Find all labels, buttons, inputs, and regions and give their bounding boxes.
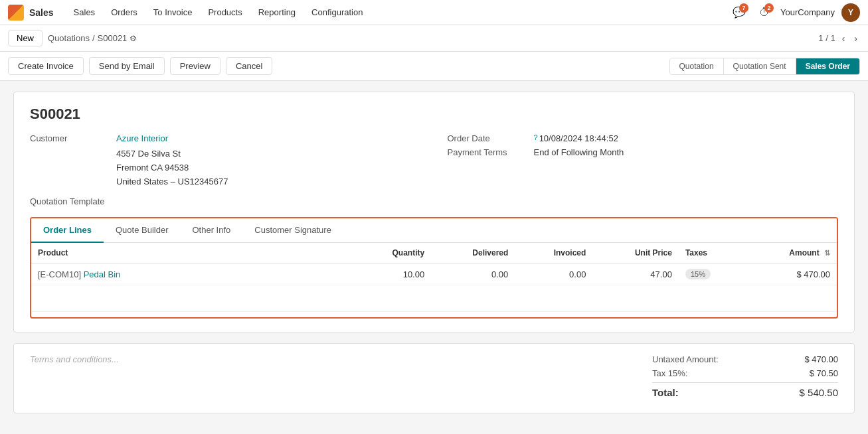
payment-terms-label: Payment Terms xyxy=(448,147,534,157)
breadcrumb-current: S00021 xyxy=(98,33,128,43)
nav-configuration[interactable]: Configuration xyxy=(305,3,369,21)
tabs-container: Order Lines Quote Builder Other Info Cus… xyxy=(30,217,838,319)
empty-cell xyxy=(31,285,837,312)
top-navigation: Sales Sales Orders To Invoice Products R… xyxy=(0,0,868,25)
app-logo xyxy=(8,5,24,21)
col-quantity-header: Quantity xyxy=(353,243,431,263)
order-date-tooltip-icon: ? xyxy=(534,133,538,141)
col-amount-header: Amount ⇅ xyxy=(744,243,837,263)
customer-address: 4557 De Silva St Fremont CA 94538 United… xyxy=(116,147,421,188)
breadcrumb-left: New Quotations / S00021 ⚙ xyxy=(8,30,137,46)
tab-other-info[interactable]: Other Info xyxy=(180,218,242,243)
nav-sales[interactable]: Sales xyxy=(67,3,102,21)
nav-orders[interactable]: Orders xyxy=(104,3,144,21)
sort-amount-icon[interactable]: ⇅ xyxy=(824,249,830,257)
app-brand: Sales xyxy=(29,7,54,18)
nav-products[interactable]: Products xyxy=(201,3,248,21)
invoiced-cell: 0.00 xyxy=(515,263,592,285)
quotation-template-label: Quotation Template xyxy=(30,196,838,206)
tax-label: Tax 15%: xyxy=(652,368,687,378)
order-info-grid: Customer Azure Interior 4557 De Silva St… xyxy=(30,133,838,188)
order-number: S00021 xyxy=(30,106,838,123)
pagination-prev-button[interactable]: ‹ xyxy=(839,32,848,45)
payment-terms-value: End of Following Month xyxy=(534,147,624,157)
breadcrumb: Quotations / S00021 ⚙ xyxy=(48,33,137,43)
chat-notification-button[interactable]: 💬 7 xyxy=(730,3,748,22)
main-content: S00021 Customer Azure Interior 4557 De S… xyxy=(0,81,868,434)
product-name-link[interactable]: Pedal Bin xyxy=(84,269,121,279)
terms-placeholder: Terms and conditions... xyxy=(30,354,119,364)
customer-row: Customer Azure Interior xyxy=(30,133,421,143)
nav-to-invoice[interactable]: To Invoice xyxy=(147,3,199,21)
pagination: 1 / 1 ‹ › xyxy=(818,32,860,45)
customer-label: Customer xyxy=(30,133,116,143)
address-line2: Fremont CA 94538 xyxy=(116,161,421,175)
order-lines-table: Product Quantity Delivered Invoiced Unit… xyxy=(31,243,837,312)
product-code: [E-COM10] xyxy=(38,269,81,279)
total-label: Total: xyxy=(652,387,679,398)
untaxed-label: Untaxed Amount: xyxy=(652,354,719,364)
order-date-value: 10/08/2024 18:44:52 xyxy=(539,133,618,143)
pagination-text: 1 / 1 xyxy=(818,33,835,43)
address-line3: United States – US12345677 xyxy=(116,175,421,189)
taxes-cell: 15% xyxy=(679,263,744,285)
user-avatar[interactable]: Y xyxy=(841,3,860,22)
amount-cell: $ 470.00 xyxy=(744,263,837,285)
table-header: Product Quantity Delivered Invoiced Unit… xyxy=(31,243,837,263)
product-cell: [E-COM10] Pedal Bin xyxy=(31,263,353,285)
order-lines-content: Product Quantity Delivered Invoiced Unit… xyxy=(31,243,837,317)
settings-icon[interactable]: ⚙ xyxy=(130,34,137,43)
chat-badge: 7 xyxy=(739,3,748,13)
unit-price-cell: 47.00 xyxy=(592,263,679,285)
breadcrumb-separator: / xyxy=(92,33,95,43)
col-delivered-header: Delivered xyxy=(431,243,515,263)
order-date-row: Order Date ? 10/08/2024 18:44:52 xyxy=(448,133,839,143)
delivered-cell: 0.00 xyxy=(431,263,515,285)
tab-customer-signature[interactable]: Customer Signature xyxy=(242,218,343,243)
col-taxes-header: Taxes xyxy=(679,243,744,263)
status-quotation-sent-button[interactable]: Quotation Sent xyxy=(724,58,796,74)
action-bar: Create Invoice Send by Email Preview Can… xyxy=(0,52,868,81)
untaxed-value: $ 470.00 xyxy=(804,354,838,364)
footer-section: Terms and conditions... Untaxed Amount: … xyxy=(13,343,855,413)
table-body: [E-COM10] Pedal Bin 10.00 0.00 0.00 47.0… xyxy=(31,263,837,312)
order-date-label: Order Date xyxy=(448,133,534,143)
tax-badge: 15% xyxy=(685,269,711,279)
status-buttons: Quotation Quotation Sent Sales Order xyxy=(669,58,860,75)
preview-button[interactable]: Preview xyxy=(170,57,220,75)
grand-total-row: Total: $ 540.50 xyxy=(652,382,838,398)
breadcrumb-parent[interactable]: Quotations xyxy=(48,33,90,43)
table-row: [E-COM10] Pedal Bin 10.00 0.00 0.00 47.0… xyxy=(31,263,837,285)
nav-reporting[interactable]: Reporting xyxy=(252,3,302,21)
status-sales-order-button[interactable]: Sales Order xyxy=(796,58,859,74)
col-product-header: Product xyxy=(31,243,353,263)
empty-row xyxy=(31,285,837,312)
breadcrumb-bar: New Quotations / S00021 ⚙ 1 / 1 ‹ › xyxy=(0,25,868,52)
total-value: $ 540.50 xyxy=(800,387,838,398)
send-email-button[interactable]: Send by Email xyxy=(89,57,165,75)
terms-area[interactable]: Terms and conditions... xyxy=(30,354,639,402)
order-info-right: Order Date ? 10/08/2024 18:44:52 Payment… xyxy=(448,133,839,188)
status-quotation-button[interactable]: Quotation xyxy=(670,58,724,74)
cancel-button[interactable]: Cancel xyxy=(226,57,272,75)
main-menu: Sales Orders To Invoice Products Reporti… xyxy=(67,3,731,21)
address-line1: 4557 De Silva St xyxy=(116,147,421,161)
create-invoice-button[interactable]: Create Invoice xyxy=(8,57,84,75)
untaxed-row: Untaxed Amount: $ 470.00 xyxy=(652,354,838,364)
tabs-header: Order Lines Quote Builder Other Info Cus… xyxy=(31,218,837,243)
col-unit-price-header: Unit Price xyxy=(592,243,679,263)
tax-value: $ 70.50 xyxy=(810,368,838,378)
clock-notification-button[interactable]: ⏱ 2 xyxy=(755,3,774,22)
payment-terms-row: Payment Terms End of Following Month xyxy=(448,147,839,157)
pagination-next-button[interactable]: › xyxy=(851,32,860,45)
tab-quote-builder[interactable]: Quote Builder xyxy=(104,218,181,243)
order-info-left: Customer Azure Interior 4557 De Silva St… xyxy=(30,133,421,188)
tax-row: Tax 15%: $ 70.50 xyxy=(652,368,838,378)
totals-area: Untaxed Amount: $ 470.00 Tax 15%: $ 70.5… xyxy=(652,354,838,402)
new-button[interactable]: New xyxy=(8,30,43,46)
customer-name[interactable]: Azure Interior xyxy=(116,133,168,143)
tab-order-lines[interactable]: Order Lines xyxy=(31,218,104,243)
table-header-row: Product Quantity Delivered Invoiced Unit… xyxy=(31,243,837,263)
order-card: S00021 Customer Azure Interior 4557 De S… xyxy=(13,92,855,332)
topnav-right: 💬 7 ⏱ 2 YourCompany Y xyxy=(730,3,860,22)
